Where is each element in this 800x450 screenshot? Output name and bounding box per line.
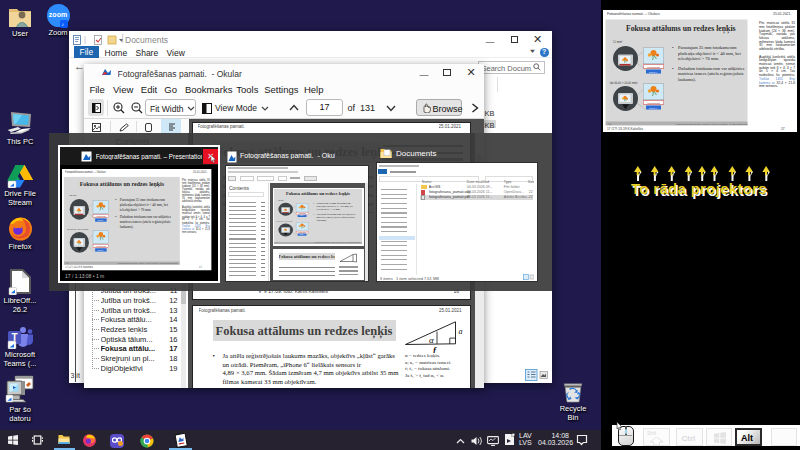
svg-text:f: f bbox=[433, 344, 437, 353]
svg-text:a: a bbox=[459, 327, 463, 336]
svg-text:α: α bbox=[429, 335, 434, 345]
